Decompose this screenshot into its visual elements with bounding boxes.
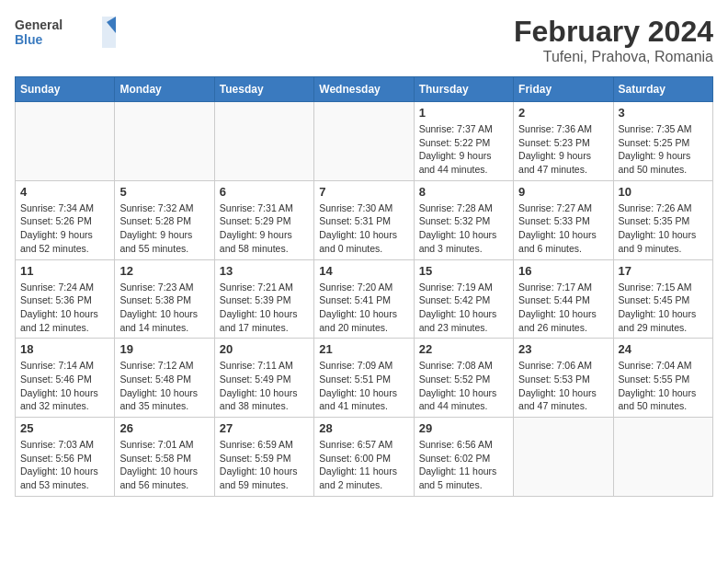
- day-number: 3: [619, 106, 708, 120]
- calendar-cell: 13Sunrise: 7:21 AMSunset: 5:39 PMDayligh…: [214, 259, 313, 339]
- calendar-cell: 24Sunrise: 7:04 AMSunset: 5:55 PMDayligh…: [613, 339, 712, 418]
- day-number: 7: [319, 185, 408, 199]
- weekday-header: Saturday: [613, 77, 712, 102]
- day-info: Sunrise: 7:20 AMSunset: 5:41 PMDaylight:…: [319, 281, 408, 335]
- calendar-cell: [514, 418, 613, 497]
- calendar-cell: [214, 102, 313, 181]
- calendar-week-row: 4Sunrise: 7:34 AMSunset: 5:26 PMDaylight…: [16, 180, 713, 259]
- weekday-header: Wednesday: [314, 77, 414, 102]
- day-info: Sunrise: 7:12 AMSunset: 5:48 PMDaylight:…: [119, 359, 209, 413]
- title-block: February 2024 Tufeni, Prahova, Romania: [514, 15, 713, 65]
- calendar-week-row: 1Sunrise: 7:37 AMSunset: 5:22 PMDaylight…: [16, 102, 713, 181]
- calendar-cell: 21Sunrise: 7:09 AMSunset: 5:51 PMDayligh…: [314, 339, 414, 418]
- calendar-week-row: 25Sunrise: 7:03 AMSunset: 5:56 PMDayligh…: [16, 418, 713, 497]
- day-info: Sunrise: 7:17 AMSunset: 5:44 PMDaylight:…: [518, 281, 608, 335]
- page-header: General Blue February 2024 Tufeni, Praho…: [15, 15, 713, 65]
- day-info: Sunrise: 7:11 AMSunset: 5:49 PMDaylight:…: [220, 359, 309, 413]
- calendar-cell: 29Sunrise: 6:56 AMSunset: 6:02 PMDayligh…: [414, 418, 513, 497]
- weekday-header-row: SundayMondayTuesdayWednesdayThursdayFrid…: [16, 77, 713, 102]
- day-number: 4: [20, 185, 109, 199]
- day-number: 27: [220, 421, 309, 435]
- day-number: 24: [619, 342, 708, 356]
- svg-text:Blue: Blue: [15, 32, 43, 47]
- day-info: Sunrise: 7:26 AMSunset: 5:35 PMDaylight:…: [619, 201, 708, 256]
- day-info: Sunrise: 7:03 AMSunset: 5:56 PMDaylight:…: [20, 438, 109, 492]
- calendar-cell: 2Sunrise: 7:36 AMSunset: 5:23 PMDaylight…: [514, 102, 613, 181]
- day-number: 20: [220, 342, 309, 356]
- day-info: Sunrise: 7:24 AMSunset: 5:36 PMDaylight:…: [20, 281, 109, 335]
- calendar-cell: 28Sunrise: 6:57 AMSunset: 6:00 PMDayligh…: [314, 418, 414, 497]
- day-number: 16: [518, 264, 608, 278]
- day-number: 18: [20, 342, 109, 356]
- weekday-header: Tuesday: [214, 77, 313, 102]
- day-info: Sunrise: 7:04 AMSunset: 5:55 PMDaylight:…: [619, 359, 708, 413]
- calendar-cell: 6Sunrise: 7:31 AMSunset: 5:29 PMDaylight…: [214, 180, 313, 259]
- weekday-header: Friday: [514, 77, 613, 102]
- calendar-cell: 14Sunrise: 7:20 AMSunset: 5:41 PMDayligh…: [314, 259, 414, 339]
- svg-text:General: General: [15, 17, 63, 32]
- calendar-cell: 16Sunrise: 7:17 AMSunset: 5:44 PMDayligh…: [514, 259, 613, 339]
- day-info: Sunrise: 6:57 AMSunset: 6:00 PMDaylight:…: [319, 438, 408, 492]
- day-info: Sunrise: 6:56 AMSunset: 6:02 PMDaylight:…: [419, 438, 508, 492]
- calendar-cell: 7Sunrise: 7:30 AMSunset: 5:31 PMDaylight…: [314, 180, 414, 259]
- day-info: Sunrise: 7:08 AMSunset: 5:52 PMDaylight:…: [419, 359, 508, 413]
- weekday-header: Thursday: [414, 77, 513, 102]
- day-info: Sunrise: 7:23 AMSunset: 5:38 PMDaylight:…: [119, 281, 209, 335]
- calendar-cell: 9Sunrise: 7:27 AMSunset: 5:33 PMDaylight…: [514, 180, 613, 259]
- calendar-cell: [16, 102, 115, 181]
- calendar-cell: 1Sunrise: 7:37 AMSunset: 5:22 PMDaylight…: [414, 102, 513, 181]
- day-number: 29: [419, 421, 508, 435]
- calendar-cell: 26Sunrise: 7:01 AMSunset: 5:58 PMDayligh…: [115, 418, 214, 497]
- calendar-cell: 4Sunrise: 7:34 AMSunset: 5:26 PMDaylight…: [16, 180, 115, 259]
- day-number: 1: [419, 106, 508, 120]
- day-number: 9: [518, 185, 608, 199]
- day-number: 17: [619, 264, 708, 278]
- month-title: February 2024: [514, 15, 713, 49]
- calendar-cell: 22Sunrise: 7:08 AMSunset: 5:52 PMDayligh…: [414, 339, 513, 418]
- calendar-cell: 17Sunrise: 7:15 AMSunset: 5:45 PMDayligh…: [613, 259, 712, 339]
- calendar-cell: 18Sunrise: 7:14 AMSunset: 5:46 PMDayligh…: [16, 339, 115, 418]
- day-number: 22: [419, 342, 508, 356]
- day-info: Sunrise: 7:19 AMSunset: 5:42 PMDaylight:…: [419, 281, 508, 335]
- weekday-header: Monday: [115, 77, 214, 102]
- day-info: Sunrise: 7:37 AMSunset: 5:22 PMDaylight:…: [419, 122, 508, 177]
- day-number: 14: [319, 264, 408, 278]
- day-number: 11: [20, 264, 109, 278]
- day-info: Sunrise: 6:59 AMSunset: 5:59 PMDaylight:…: [220, 438, 309, 492]
- day-number: 2: [518, 106, 608, 120]
- day-number: 13: [220, 264, 309, 278]
- day-info: Sunrise: 7:34 AMSunset: 5:26 PMDaylight:…: [20, 201, 109, 256]
- day-number: 15: [419, 264, 508, 278]
- day-number: 8: [419, 185, 508, 199]
- calendar-table: SundayMondayTuesdayWednesdayThursdayFrid…: [15, 76, 713, 497]
- day-number: 6: [220, 185, 309, 199]
- day-info: Sunrise: 7:06 AMSunset: 5:53 PMDaylight:…: [518, 359, 608, 413]
- day-info: Sunrise: 7:15 AMSunset: 5:45 PMDaylight:…: [619, 281, 708, 335]
- day-info: Sunrise: 7:01 AMSunset: 5:58 PMDaylight:…: [119, 438, 209, 492]
- day-info: Sunrise: 7:35 AMSunset: 5:25 PMDaylight:…: [619, 122, 708, 177]
- calendar-cell: 12Sunrise: 7:23 AMSunset: 5:38 PMDayligh…: [115, 259, 214, 339]
- calendar-cell: 27Sunrise: 6:59 AMSunset: 5:59 PMDayligh…: [214, 418, 313, 497]
- calendar-cell: 20Sunrise: 7:11 AMSunset: 5:49 PMDayligh…: [214, 339, 313, 418]
- day-info: Sunrise: 7:14 AMSunset: 5:46 PMDaylight:…: [20, 359, 109, 413]
- location-title: Tufeni, Prahova, Romania: [514, 49, 713, 65]
- day-info: Sunrise: 7:36 AMSunset: 5:23 PMDaylight:…: [518, 122, 608, 177]
- day-info: Sunrise: 7:28 AMSunset: 5:32 PMDaylight:…: [419, 201, 508, 256]
- calendar-cell: [115, 102, 214, 181]
- calendar-week-row: 18Sunrise: 7:14 AMSunset: 5:46 PMDayligh…: [16, 339, 713, 418]
- day-number: 12: [119, 264, 209, 278]
- calendar-cell: 11Sunrise: 7:24 AMSunset: 5:36 PMDayligh…: [16, 259, 115, 339]
- day-number: 23: [518, 342, 608, 356]
- calendar-cell: 5Sunrise: 7:32 AMSunset: 5:28 PMDaylight…: [115, 180, 214, 259]
- calendar-cell: [613, 418, 712, 497]
- day-number: 10: [619, 185, 708, 199]
- day-number: 28: [319, 421, 408, 435]
- logo: General Blue: [15, 15, 116, 52]
- calendar-cell: 10Sunrise: 7:26 AMSunset: 5:35 PMDayligh…: [613, 180, 712, 259]
- day-info: Sunrise: 7:27 AMSunset: 5:33 PMDaylight:…: [518, 201, 608, 256]
- day-number: 19: [119, 342, 209, 356]
- logo-svg: General Blue: [15, 15, 116, 52]
- day-number: 25: [20, 421, 109, 435]
- calendar-cell: 19Sunrise: 7:12 AMSunset: 5:48 PMDayligh…: [115, 339, 214, 418]
- day-number: 5: [119, 185, 209, 199]
